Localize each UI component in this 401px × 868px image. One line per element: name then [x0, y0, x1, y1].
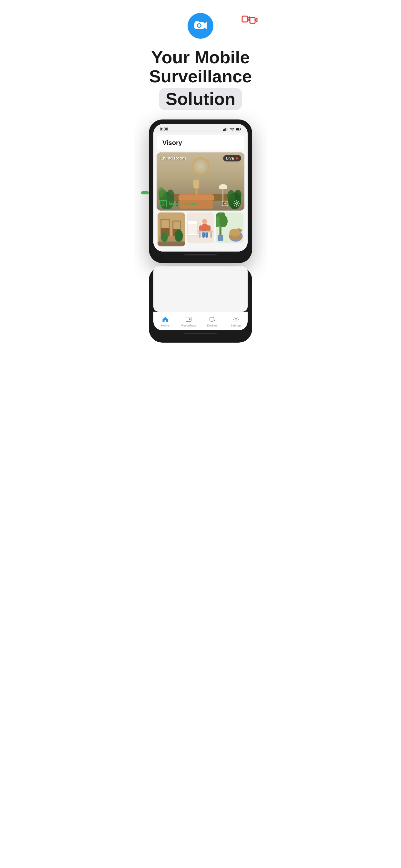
- phone-content-area: [153, 267, 248, 312]
- main-headline: Your Mobile Surveillance Solution: [140, 41, 261, 110]
- thumbnail-courtyard[interactable]: [158, 213, 185, 246]
- nav-item-home[interactable]: Home: [156, 316, 174, 327]
- live-badge: LIVE: [223, 155, 241, 161]
- nav-home-label: Home: [161, 324, 169, 327]
- svg-rect-43: [205, 232, 208, 238]
- nav-recordings-label: Recordings: [181, 324, 196, 327]
- home-icon: [162, 316, 169, 323]
- svg-point-20: [163, 202, 164, 203]
- svg-point-58: [239, 229, 242, 231]
- svg-rect-35: [188, 224, 197, 228]
- bottom-navigation: Home Recordings: [153, 312, 248, 330]
- content-spacer: [153, 249, 248, 252]
- svg-rect-48: [207, 229, 210, 231]
- svg-rect-62: [240, 235, 242, 239]
- phone-mockup-container: 9:30: [134, 120, 267, 263]
- accent-pill-left: [141, 191, 149, 194]
- header-section: Your Mobile Surveillance Solution: [134, 0, 267, 110]
- svg-marker-3: [204, 22, 207, 29]
- app-header-bar: Visory: [157, 135, 244, 151]
- svg-rect-54: [218, 235, 223, 241]
- nav-item-recordings[interactable]: Recordings: [180, 316, 197, 327]
- second-phone-home-bar: [153, 330, 248, 338]
- svg-rect-10: [236, 128, 239, 130]
- svg-rect-46: [210, 232, 212, 238]
- svg-point-53: [220, 215, 227, 227]
- settings-button[interactable]: [232, 199, 241, 208]
- phone-mockup: 9:30: [149, 120, 252, 263]
- svg-point-38: [202, 219, 207, 224]
- thumbnail-child-room[interactable]: [187, 213, 214, 243]
- svg-rect-5: [223, 129, 224, 131]
- camera-thumbnails-row: [153, 213, 248, 249]
- mirror-decor: [192, 157, 210, 175]
- vase-decor: [193, 180, 199, 194]
- brand-decorator-icon: [242, 14, 258, 26]
- status-time: 9:30: [160, 127, 168, 131]
- svg-point-67: [235, 318, 237, 320]
- second-phone-section: Home Recordings: [134, 263, 267, 343]
- camera-location-label: Living Room: [160, 156, 186, 160]
- svg-point-23: [236, 203, 238, 205]
- dog-scene-svg: [216, 213, 243, 243]
- svg-point-30: [161, 232, 168, 242]
- motion-label: Motion detection: [169, 202, 197, 206]
- child-room-svg: [187, 213, 214, 243]
- nav-item-devices[interactable]: Devices: [204, 316, 221, 327]
- svg-rect-47: [202, 228, 206, 231]
- recordings-icon: [185, 316, 192, 323]
- camera-logo-icon: [193, 19, 208, 33]
- app-title: Visory: [162, 139, 182, 146]
- svg-rect-59: [230, 235, 233, 240]
- phone-home-bar: [153, 254, 248, 259]
- main-camera-feed[interactable]: Living Room LIVE: [157, 152, 244, 211]
- svg-rect-6: [224, 128, 225, 131]
- svg-rect-32: [158, 242, 185, 245]
- motion-detection-indicator: Motion detection: [160, 200, 197, 207]
- svg-rect-4: [195, 21, 199, 22]
- svg-marker-64: [189, 318, 191, 320]
- page-wrapper: Your Mobile Surveillance Solution 9:30: [134, 0, 267, 868]
- svg-rect-36: [188, 229, 197, 234]
- gear-icon: [233, 200, 240, 207]
- svg-point-31: [175, 229, 183, 242]
- wifi-icon: [229, 127, 235, 131]
- svg-point-14: [166, 190, 174, 201]
- status-icons: [223, 127, 241, 131]
- svg-marker-22: [224, 203, 226, 204]
- fullscreen-icon: [221, 200, 228, 207]
- svg-rect-66: [211, 321, 213, 321]
- nav-item-settings[interactable]: Settings: [227, 316, 245, 327]
- svg-rect-60: [234, 236, 236, 240]
- app-logo: [188, 13, 213, 39]
- brand-icon: [242, 14, 258, 28]
- svg-point-15: [158, 187, 165, 197]
- svg-rect-7: [225, 128, 226, 131]
- svg-rect-61: [237, 236, 239, 240]
- fullscreen-button[interactable]: [220, 199, 229, 208]
- thumbnail-dog-scene[interactable]: [216, 213, 243, 243]
- camera-controls: [220, 199, 241, 208]
- svg-rect-42: [202, 232, 205, 238]
- svg-rect-8: [227, 127, 227, 131]
- nav-settings-label: Settings: [230, 324, 241, 327]
- courtyard-scene-svg: [158, 213, 185, 245]
- motion-icon: [160, 200, 167, 207]
- live-text: LIVE: [226, 156, 234, 160]
- home-indicator: [184, 254, 217, 255]
- svg-rect-45: [199, 232, 201, 238]
- settings-icon: [233, 316, 240, 323]
- second-home-indicator: [184, 333, 217, 334]
- living-room-scene: Living Room LIVE: [157, 152, 244, 211]
- svg-rect-40: [199, 225, 202, 231]
- motion-person-icon: [161, 202, 166, 206]
- nav-devices-label: Devices: [207, 324, 217, 327]
- headline-solution: Solution: [159, 88, 242, 110]
- svg-point-2: [198, 24, 201, 27]
- live-indicator-dot: [236, 157, 238, 159]
- svg-rect-37: [188, 235, 197, 237]
- svg-rect-65: [210, 317, 214, 321]
- status-bar: 9:30: [153, 124, 248, 133]
- devices-icon: [209, 316, 216, 323]
- battery-icon: [236, 127, 241, 131]
